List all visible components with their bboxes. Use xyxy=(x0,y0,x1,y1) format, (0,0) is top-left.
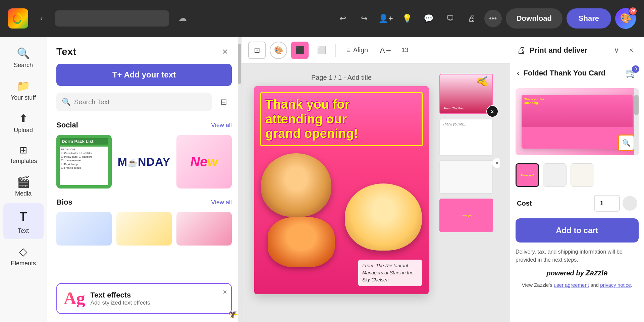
cloud-save-button[interactable]: ☁ xyxy=(174,10,191,26)
cart-icon-wrap[interactable]: 🛒 0 xyxy=(626,67,637,78)
privacy-notice-link[interactable]: privacy notice xyxy=(600,282,631,288)
design-card-wrap: Page 1 / 1 - Add title Thank you for att… xyxy=(252,74,431,312)
user-avatar[interactable]: 🎨 26 xyxy=(615,8,636,29)
thumb-item-1[interactable]: ✍ From: The Rest... 2 xyxy=(439,74,500,114)
sidebar-item-your-stuff[interactable]: 📁 Your stuff xyxy=(3,75,44,106)
preview-card-sim: Thank you forattending... ✋ xyxy=(522,95,632,149)
text-search-row: 🔍 ⊟ xyxy=(56,93,232,111)
variant-white-1-preview xyxy=(543,163,567,187)
sidebar-item-your-stuff-label: Your stuff xyxy=(11,94,36,101)
bios-view-all-link[interactable]: View all xyxy=(211,199,232,206)
preview-zoom-button[interactable]: 🔍 xyxy=(618,135,635,151)
sidebar-item-search[interactable]: 🔍 Search xyxy=(3,42,44,73)
variant-options: Thank you! xyxy=(510,159,644,191)
thumb-item-2[interactable]: Thank you for... xyxy=(439,119,500,156)
templates-icon: ⊞ xyxy=(19,145,27,156)
food-bowl-1 xyxy=(261,153,331,217)
text-panel-header: Text × xyxy=(47,37,241,64)
align-icon: ≡ xyxy=(346,46,351,54)
sidebar-item-upload-label: Upload xyxy=(14,127,33,134)
right-panel-title: Print and deliver xyxy=(530,46,587,55)
border-button[interactable]: ⬜ xyxy=(313,42,330,59)
cost-row: Cost 1 2 5 10 25 50 xyxy=(510,191,644,216)
bios-card-3[interactable] xyxy=(176,212,232,246)
variant-white-2[interactable] xyxy=(571,163,594,187)
panel-collapse-button[interactable]: ∨ xyxy=(610,44,623,56)
text-effects-subtitle: Add stylized text effects xyxy=(91,300,150,306)
qty-disabled-indicator xyxy=(623,196,637,211)
text-panel-scroll: Social View all Dorm Pack List BEDROOM ☐… xyxy=(47,118,241,278)
panel-scrollbar[interactable] xyxy=(238,37,241,322)
text-panel-close-button[interactable]: × xyxy=(218,45,232,58)
comment-button[interactable]: 💬 xyxy=(420,10,437,27)
thumb-item-4[interactable]: Thank you! xyxy=(439,199,500,232)
project-name-bar[interactable] xyxy=(55,10,169,26)
thumb-close-button[interactable]: × xyxy=(492,158,500,168)
crop-button[interactable]: ⊡ xyxy=(248,42,266,59)
color-picker-button[interactable]: 🎨 xyxy=(270,42,287,59)
nav-tools-group: ↩ ↪ 👤+ 💡 💬 🗨 🖨 ••• Download Share 🎨 26 xyxy=(334,8,636,29)
quantity-select[interactable]: 1 2 5 10 25 50 xyxy=(594,195,620,212)
chat-button[interactable]: 🗨 xyxy=(441,10,459,27)
text-panel-title: Text xyxy=(56,46,76,57)
design-card-note: From: The Restaurant Managers at Stars i… xyxy=(358,260,422,286)
delivery-note: Delivery, tax, and shipping information … xyxy=(510,245,644,266)
add-to-cart-button[interactable]: Add to cart xyxy=(516,218,639,243)
text-search-icon: 🔍 xyxy=(62,98,71,106)
right-panel-actions: ∨ × xyxy=(610,44,637,56)
print-deliver-icon: 🖨 xyxy=(517,45,526,56)
preview-scrollbar[interactable] xyxy=(634,88,639,155)
design-background: Thank you for attending our grand openin… xyxy=(254,86,429,294)
text-search-input[interactable] xyxy=(74,98,206,106)
social-section-header: Social View all xyxy=(56,121,232,129)
template-card-new[interactable]: New ✦ xyxy=(176,135,232,189)
food-bowl-2 xyxy=(345,183,422,251)
add-collaborator-button[interactable]: 👤+ xyxy=(377,10,394,27)
align-button[interactable]: ≡ Align xyxy=(341,44,373,57)
bios-card-2[interactable] xyxy=(116,212,172,246)
add-text-button[interactable]: T+ Add your text xyxy=(56,64,232,86)
more-options-button[interactable]: ••• xyxy=(484,10,502,27)
sidebar-item-media[interactable]: 🎬 Media xyxy=(3,171,44,202)
user-agreement-link[interactable]: user agreement xyxy=(554,282,589,288)
sidebar-item-templates[interactable]: ⊞ Templates xyxy=(3,140,44,169)
panel-close-button[interactable]: × xyxy=(625,44,637,56)
social-view-all-link[interactable]: View all xyxy=(211,122,232,129)
food-item-3 xyxy=(268,217,335,267)
back-button[interactable]: ‹ xyxy=(34,10,50,26)
text-filter-button[interactable]: ⊟ xyxy=(216,94,232,110)
text-effects-banner[interactable]: × Ag Text effects Add stylized text effe… xyxy=(56,283,232,314)
fill-color-button[interactable]: ⬛ xyxy=(291,42,309,59)
upload-icon: ⬆ xyxy=(19,112,28,125)
zazzle-brand: Zazzle xyxy=(585,269,607,277)
sidebar-item-text-label: Text xyxy=(18,227,29,234)
template-card-dorm[interactable]: Dorm Pack List BEDROOM ☐ Coordinator☐ In… xyxy=(56,135,112,189)
right-panel: 🖨 Print and deliver ∨ × ‹ Folded Thank Y… xyxy=(510,37,644,322)
text-search-wrap: 🔍 xyxy=(56,93,212,111)
text-effects-close-button[interactable]: × xyxy=(223,288,227,297)
variant-pink-preview: Thank you! xyxy=(517,164,538,186)
design-thank-you-text: Thank you for attending our grand openin… xyxy=(260,92,423,146)
redo-button[interactable]: ↪ xyxy=(356,10,373,27)
undo-button[interactable]: ↩ xyxy=(334,10,352,27)
template-card-monday[interactable]: M☕NDAY 🦅 xyxy=(116,135,172,189)
sidebar-item-upload[interactable]: ⬆ Upload xyxy=(3,107,44,139)
print-button[interactable]: 🖨 xyxy=(463,10,480,27)
translate-button[interactable]: A→ xyxy=(377,42,395,59)
notification-badge: 26 xyxy=(629,7,637,15)
bios-card-1[interactable] xyxy=(56,212,112,246)
thumb-item-3[interactable]: × xyxy=(439,160,500,194)
variant-white-1[interactable] xyxy=(543,163,567,187)
sidebar-item-text[interactable]: T Text xyxy=(3,203,44,239)
app-logo[interactable] xyxy=(8,8,28,29)
sidebar-item-elements[interactable]: ◇ Elements xyxy=(3,240,44,272)
product-back-button[interactable]: ‹ xyxy=(517,69,519,77)
variant-pink[interactable]: Thank you! xyxy=(516,163,539,187)
lightbulb-button[interactable]: 💡 xyxy=(398,10,416,27)
preview-scroll-thumb xyxy=(634,95,639,115)
dorm-card-title: Dorm Pack List xyxy=(60,138,108,145)
download-button[interactable]: Download xyxy=(506,8,562,29)
design-card[interactable]: Thank you for attending our grand openin… xyxy=(254,86,429,294)
product-preview: Thank you forattending... ✋ 🔍 xyxy=(516,88,639,155)
share-button[interactable]: Share xyxy=(567,8,611,29)
